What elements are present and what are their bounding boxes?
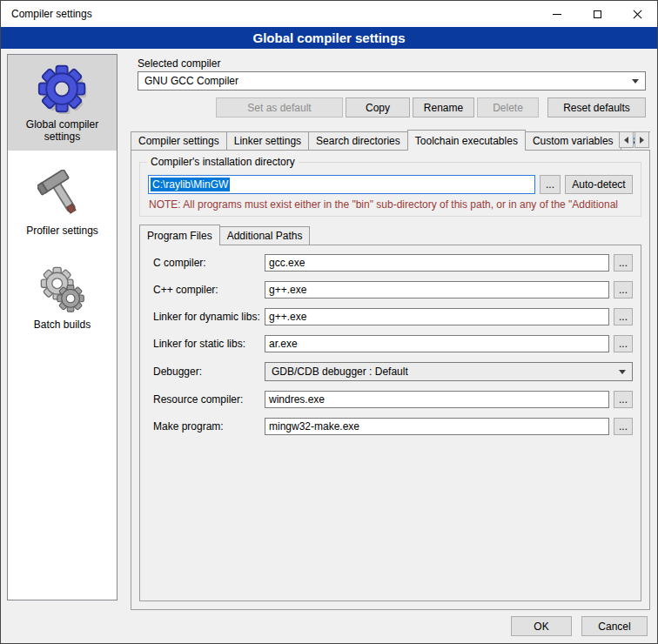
chevron-down-icon — [632, 79, 639, 84]
tab-toolchain-executables[interactable]: Toolchain executables — [407, 130, 526, 151]
tab-linker-settings[interactable]: Linker settings — [226, 131, 309, 151]
program-row: Resource compiler: windres.exe ... — [153, 391, 633, 408]
maximize-icon — [594, 10, 601, 18]
maximize-button[interactable] — [577, 1, 617, 27]
close-icon — [633, 10, 642, 19]
field-label: C compiler: — [153, 257, 265, 269]
settings-sidebar: Global compiler settings Profiler settin… — [7, 54, 118, 600]
delete-button: Delete — [477, 97, 539, 117]
sidebar-item-batch-builds[interactable]: Batch builds — [8, 255, 117, 339]
copy-button[interactable]: Copy — [346, 97, 410, 117]
field-label: C++ compiler: — [153, 284, 265, 296]
close-button[interactable] — [617, 1, 657, 27]
program-files-panel: C compiler: gcc.exe ... C++ compiler: g+… — [139, 245, 641, 601]
group-title: Compiler's installation directory — [147, 156, 299, 168]
program-row: Linker for static libs: ar.exe ... — [153, 335, 633, 352]
program-row: Debugger: GDB/CDB debugger : Default — [153, 362, 633, 381]
arrow-right-icon — [640, 137, 644, 144]
program-row: C++ compiler: g++.exe ... — [153, 281, 633, 299]
window-title: Compiler settings — [11, 8, 92, 20]
program-row: Linker for dynamic libs: g++.exe ... — [153, 308, 633, 325]
browse-button[interactable]: ... — [614, 308, 633, 325]
selected-compiler-label: Selected compiler — [138, 57, 220, 70]
titlebar: Compiler settings — [1, 1, 657, 27]
set-as-default-button: Set as default — [216, 97, 343, 117]
field-label: Make program: — [153, 420, 265, 433]
browse-button[interactable]: ... — [614, 335, 633, 352]
field-label: Resource compiler: — [153, 393, 265, 406]
program-tabstrip: Program Files Additional Paths — [139, 225, 641, 245]
minimize-button[interactable] — [537, 1, 577, 27]
browse-directory-button[interactable]: ... — [540, 175, 561, 194]
compiler-actions: Set as default Copy Rename Delete Reset … — [138, 97, 646, 117]
tab-scroll-arrows — [619, 131, 649, 148]
cancel-button[interactable]: Cancel — [581, 616, 648, 636]
profiler-tool-icon — [36, 168, 90, 222]
field-label: Debugger: — [153, 366, 265, 378]
selected-path-text: C:\raylib\MinGW — [151, 178, 230, 191]
compiler-select[interactable]: GNU GCC Compiler — [138, 71, 646, 91]
toolchain-executables-page: Compiler's installation directory C:\ray… — [131, 150, 650, 610]
make-program-input[interactable]: mingw32-make.exe — [265, 418, 609, 435]
static-linker-input[interactable]: ar.exe — [265, 335, 609, 352]
gray-gears-icon — [36, 262, 90, 316]
sidebar-item-label: Profiler settings — [26, 225, 98, 237]
tab-compiler-settings[interactable]: Compiler settings — [131, 131, 227, 151]
ok-button[interactable]: OK — [511, 616, 572, 636]
installation-directory-group: Compiler's installation directory C:\ray… — [139, 162, 641, 217]
tab-scroll-left-button[interactable] — [619, 131, 634, 148]
chevron-down-icon — [619, 370, 626, 374]
debugger-select-value: GDB/CDB debugger : Default — [272, 366, 619, 378]
installation-directory-row: C:\raylib\MinGW ... Auto-detect — [148, 175, 633, 194]
tab-search-directories[interactable]: Search directories — [308, 131, 408, 151]
sidebar-item-global-compiler-settings[interactable]: Global compiler settings — [8, 55, 117, 151]
auto-detect-button[interactable]: Auto-detect — [565, 175, 633, 194]
cpp-compiler-input[interactable]: g++.exe — [265, 281, 609, 299]
field-label: Linker for dynamic libs: — [153, 311, 265, 323]
tab-program-files[interactable]: Program Files — [139, 225, 220, 245]
field-label: Linker for static libs: — [153, 338, 265, 350]
c-compiler-input[interactable]: gcc.exe — [265, 254, 609, 272]
blue-gear-icon — [36, 62, 90, 116]
browse-button[interactable]: ... — [614, 281, 633, 299]
tab-scroll-right-button[interactable] — [634, 131, 649, 148]
page-title: Global compiler settings — [1, 27, 657, 49]
note-text: NOTE: All programs must exist either in … — [149, 198, 632, 211]
browse-button[interactable]: ... — [614, 254, 633, 272]
minimize-icon — [553, 14, 561, 15]
compiler-settings-dialog: Compiler settings Global compiler settin… — [0, 0, 658, 644]
browse-button[interactable]: ... — [614, 391, 633, 408]
dynamic-linker-input[interactable]: g++.exe — [265, 308, 609, 325]
window-controls — [537, 1, 657, 27]
program-row: C compiler: gcc.exe ... — [153, 254, 633, 272]
sidebar-item-label: Global compiler settings — [10, 118, 115, 143]
browse-button[interactable]: ... — [614, 418, 633, 435]
tab-custom-variables[interactable]: Custom variables — [525, 131, 621, 151]
resource-compiler-input[interactable]: windres.exe — [265, 391, 609, 408]
dialog-footer: OK Cancel — [511, 616, 648, 636]
tab-additional-paths[interactable]: Additional Paths — [219, 226, 311, 245]
rename-button[interactable]: Rename — [413, 97, 474, 117]
sidebar-item-profiler-settings[interactable]: Profiler settings — [8, 161, 117, 245]
debugger-select[interactable]: GDB/CDB debugger : Default — [265, 362, 633, 381]
settings-tabstrip: Compiler settings Linker settings Search… — [131, 130, 650, 151]
installation-directory-input[interactable]: C:\raylib\MinGW — [148, 175, 535, 194]
reset-defaults-button[interactable]: Reset defaults — [547, 97, 646, 117]
sidebar-item-label: Batch builds — [34, 319, 91, 331]
compiler-select-value: GNU GCC Compiler — [144, 75, 632, 87]
program-row: Make program: mingw32-make.exe ... — [153, 418, 633, 435]
arrow-left-icon — [624, 137, 628, 144]
